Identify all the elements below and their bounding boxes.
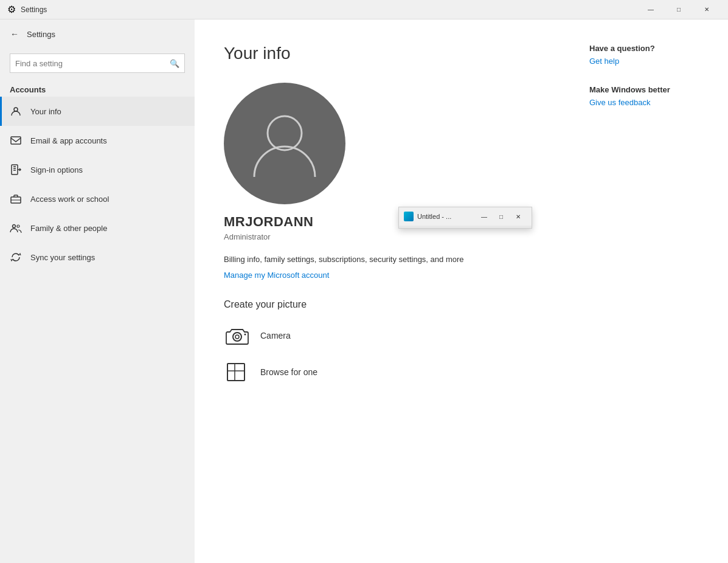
thumb-controls: — □ ✕ <box>476 208 527 225</box>
person-icon <box>10 105 22 117</box>
svg-rect-15 <box>227 364 244 381</box>
search-input[interactable] <box>15 59 166 68</box>
browse-icon <box>224 359 251 385</box>
svg-point-1 <box>14 108 18 111</box>
titlebar: ⚙ Settings — □ ✕ <box>0 0 728 19</box>
get-help-link[interactable]: Get help <box>589 57 709 66</box>
sidebar-item-label-signin: Sign-in options <box>30 165 83 174</box>
app-body: ← Settings 🔍 Accounts Your info <box>0 19 728 563</box>
svg-point-12 <box>233 333 241 341</box>
right-panel: Have a question? Get help Make Windows b… <box>570 19 728 563</box>
sidebar: ← Settings 🔍 Accounts Your info <box>0 19 195 563</box>
back-label: Settings <box>27 30 55 39</box>
profile-section: MRJORDANN Administrator Billing info, fa… <box>224 83 541 280</box>
signin-icon <box>10 164 22 176</box>
username: MRJORDANN <box>224 214 314 230</box>
maximize-button[interactable]: □ <box>665 0 693 19</box>
sidebar-item-sync[interactable]: Sync your settings <box>0 243 195 272</box>
avatar <box>224 83 345 204</box>
browse-label: Browse for one <box>260 367 317 377</box>
back-button[interactable]: ← Settings <box>0 19 195 49</box>
svg-rect-2 <box>11 137 21 144</box>
make-better-heading: Make Windows better <box>589 85 709 94</box>
thumb-minimize[interactable]: — <box>476 208 493 225</box>
search-container: 🔍 <box>0 49 195 78</box>
camera-label: Camera <box>260 331 291 340</box>
accounts-label: Accounts <box>0 78 195 97</box>
briefcase-icon <box>10 193 22 205</box>
sidebar-item-label-email: Email & app accounts <box>30 136 107 145</box>
thumb-maximize[interactable]: □ <box>493 208 510 225</box>
svg-point-11 <box>268 116 302 150</box>
main-content: Your info MRJORDANN Administrator Billin… <box>195 19 570 563</box>
svg-point-10 <box>17 225 19 227</box>
sidebar-item-work[interactable]: Access work or school <box>0 184 195 213</box>
email-icon <box>10 134 22 147</box>
feedback-section: Make Windows better Give us feedback <box>589 85 709 107</box>
svg-point-13 <box>235 335 239 339</box>
have-question-heading: Have a question? <box>589 44 709 53</box>
sidebar-item-label-work: Access work or school <box>30 195 109 204</box>
thumb-titlebar: Untitled - ... — □ ✕ <box>399 207 532 226</box>
sidebar-item-label-sync: Sync your settings <box>30 253 95 262</box>
sidebar-item-label-family: Family & other people <box>30 224 107 233</box>
camera-icon <box>224 322 251 349</box>
search-icon: 🔍 <box>170 59 179 68</box>
minimize-button[interactable]: — <box>637 0 665 19</box>
search-box[interactable]: 🔍 <box>10 54 185 73</box>
create-picture-title: Create your picture <box>224 299 541 310</box>
billing-info: Billing info, family settings, subscript… <box>224 254 464 266</box>
thumb-app-icon <box>404 212 414 221</box>
sidebar-item-label-your-info: Your info <box>30 107 61 116</box>
sidebar-item-your-info[interactable]: Your info <box>0 97 195 126</box>
page-title: Your info <box>224 44 541 63</box>
give-feedback-link[interactable]: Give us feedback <box>589 98 709 107</box>
window-controls: — □ ✕ <box>637 0 721 19</box>
svg-point-9 <box>13 225 16 228</box>
sync-icon <box>10 251 22 263</box>
thumb-close[interactable]: ✕ <box>510 208 527 225</box>
thumb-title: Untitled - ... <box>417 213 472 220</box>
sidebar-item-email[interactable]: Email & app accounts <box>0 126 195 155</box>
sidebar-item-family[interactable]: Family & other people <box>0 213 195 243</box>
settings-icon: ⚙ <box>7 4 16 15</box>
titlebar-title: Settings <box>21 5 637 14</box>
taskbar-thumbnail: Untitled - ... — □ ✕ <box>398 207 532 229</box>
close-button[interactable]: ✕ <box>693 0 721 19</box>
avatar-icon <box>248 104 321 183</box>
browse-option[interactable]: Browse for one <box>224 359 541 385</box>
manage-account-link[interactable]: Manage my Microsoft account <box>224 271 329 280</box>
help-section: Have a question? Get help <box>589 44 709 66</box>
svg-point-14 <box>244 333 246 335</box>
back-arrow-icon: ← <box>10 29 19 39</box>
people-icon <box>10 222 22 234</box>
user-role: Administrator <box>224 232 271 241</box>
thumb-preview <box>399 226 532 228</box>
sidebar-item-signin[interactable]: Sign-in options <box>0 155 195 184</box>
camera-option[interactable]: Camera <box>224 322 541 349</box>
